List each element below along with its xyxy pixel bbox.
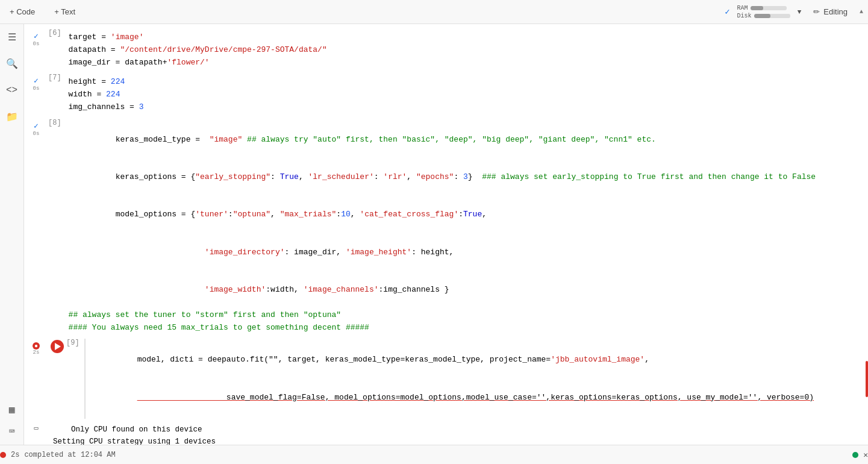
cell-9-left: ● 2s bbox=[24, 339, 48, 356]
code-line: 'image_directory': image_dir, 'image_hei… bbox=[69, 234, 863, 271]
editing-button[interactable]: ✏ Editing bbox=[808, 5, 852, 19]
cell-7: ✓ 0s [7] height = 224 width = 224 img_ch… bbox=[24, 74, 868, 116]
code-line: height = 224 bbox=[69, 76, 863, 89]
code-line: ## always set the tuner to "storm" first… bbox=[69, 309, 863, 322]
sidebar-terminal-icon[interactable]: ⌨ bbox=[4, 423, 20, 440]
status-error-dot bbox=[0, 452, 6, 458]
disk-fill bbox=[754, 14, 770, 18]
cell-8: ✓ 0s [8] keras_model_type = "image" ## a… bbox=[24, 119, 868, 337]
cell-8-content[interactable]: keras_model_type = "image" ## always try… bbox=[64, 119, 868, 337]
cell-6-content[interactable]: target = 'image' datapath = "/content/dr… bbox=[64, 29, 868, 71]
run-button[interactable] bbox=[51, 340, 64, 353]
cell-7-time: 0s bbox=[33, 86, 40, 92]
sidebar: ☰ 🔍 <> 📁 ▦ ⌨ bbox=[0, 24, 24, 445]
sidebar-code-icon[interactable]: <> bbox=[4, 82, 20, 99]
sidebar-menu-icon[interactable]: ☰ bbox=[4, 29, 20, 46]
main-layout: ☰ 🔍 <> 📁 ▦ ⌨ ✓ 0s [6] target = 'image' d… bbox=[0, 24, 868, 445]
ram-dropdown-icon[interactable]: ▼ bbox=[798, 8, 802, 16]
code-line: save_model_flag=False, model_options=mod… bbox=[90, 379, 863, 416]
cell-6-left: ✓ 0s bbox=[24, 29, 48, 48]
code-line: #### You always need 15 max_trials to ge… bbox=[69, 322, 863, 334]
ram-progress bbox=[751, 6, 787, 10]
toolbar: + Code + Text ✓ RAM Disk ▼ ✏ Editing ▲ bbox=[0, 0, 868, 24]
output-toggle-icon[interactable]: ▭ bbox=[34, 424, 38, 433]
add-text-button[interactable]: + Text bbox=[49, 5, 80, 19]
status-close-button[interactable]: ✕ bbox=[863, 450, 868, 460]
scroll-indicator bbox=[866, 361, 868, 397]
code-line: model, dicti = deepauto.fit("", target, … bbox=[90, 341, 863, 378]
sidebar-table-icon[interactable]: ▦ bbox=[4, 401, 20, 418]
status-completed-text: completed at 12:04 AM bbox=[24, 451, 115, 459]
ram-label: RAM bbox=[737, 5, 748, 11]
cell-6-time: 0s bbox=[33, 41, 40, 48]
code-line: width = 224 bbox=[69, 89, 863, 101]
cell-9-time: 2s bbox=[33, 350, 40, 356]
cell-7-content[interactable]: height = 224 width = 224 img_channels = … bbox=[64, 74, 868, 116]
check-icon: ✓ bbox=[725, 7, 729, 17]
code-line: model_options = {'tuner':"optuna", "max_… bbox=[69, 196, 863, 234]
sidebar-bottom: ▦ ⌨ bbox=[4, 401, 20, 445]
cell-7-status-icon: ✓ bbox=[34, 76, 39, 86]
output-line: Setting CPU strategy using 1 devices bbox=[53, 436, 863, 445]
sidebar-search-icon[interactable]: 🔍 bbox=[4, 55, 20, 72]
chevron-up-icon[interactable]: ▲ bbox=[860, 8, 863, 15]
disk-label: Disk bbox=[737, 13, 752, 19]
code-line: target = 'image' bbox=[69, 31, 863, 44]
add-code-button[interactable]: + Code bbox=[5, 5, 40, 19]
cell-8-left: ✓ 0s bbox=[24, 119, 48, 137]
cell-8-number: [8] bbox=[48, 119, 64, 127]
output-line: Only CPU found on this device bbox=[53, 424, 863, 436]
cell-8-time: 0s bbox=[33, 131, 40, 137]
cell-9: ● 2s [9] model, dicti = deepauto.fit("",… bbox=[24, 339, 868, 419]
pencil-icon: ✏ bbox=[813, 7, 820, 16]
cell-8-status-icon: ✓ bbox=[34, 121, 39, 131]
cell-9-content[interactable]: model, dicti = deepauto.fit("", target, … bbox=[84, 339, 868, 419]
output-left: ▭ bbox=[24, 421, 48, 433]
code-line: image_dir = datapath+'flower/' bbox=[69, 57, 863, 69]
output-content: Only CPU found on this device Setting CP… bbox=[48, 421, 868, 445]
notebook[interactable]: ✓ 0s [6] target = 'image' datapath = "/c… bbox=[24, 24, 868, 445]
cell-7-left: ✓ 0s bbox=[24, 74, 48, 92]
cell-9-run-area bbox=[48, 339, 66, 353]
code-line: datapath = "/content/drive/MyDrive/cmpe-… bbox=[69, 44, 863, 57]
code-line: keras_model_type = "image" ## always try… bbox=[69, 121, 863, 158]
cell-6-status-icon: ✓ bbox=[34, 31, 39, 41]
code-line: 'image_width':width, 'image_channels':im… bbox=[69, 271, 863, 309]
sidebar-files-icon[interactable]: 📁 bbox=[4, 108, 20, 125]
status-ok-dot bbox=[852, 452, 858, 458]
cell-9-error-dot: ● bbox=[33, 342, 40, 350]
cell-9-number: [9] bbox=[66, 339, 82, 347]
cell-9-output: ▭ Only CPU found on this device Setting … bbox=[24, 421, 868, 445]
disk-progress bbox=[754, 14, 790, 18]
statusbar: 2s completed at 12:04 AM ✕ bbox=[0, 445, 868, 464]
ram-disk-indicator: RAM Disk bbox=[737, 5, 790, 19]
toolbar-left: + Code + Text bbox=[5, 5, 80, 19]
run-triangle-icon bbox=[55, 343, 61, 350]
toolbar-right: ✓ RAM Disk ▼ ✏ Editing ▲ bbox=[725, 5, 863, 19]
status-error-time: 2s bbox=[11, 451, 19, 459]
editing-label: Editing bbox=[823, 7, 848, 16]
cell-6-number: [6] bbox=[48, 29, 64, 37]
code-line: keras_options = {"early_stopping": True,… bbox=[69, 158, 863, 196]
code-line: img_channels = 3 bbox=[69, 101, 863, 114]
cell-6: ✓ 0s [6] target = 'image' datapath = "/c… bbox=[24, 29, 868, 71]
cell-7-number: [7] bbox=[48, 74, 64, 82]
ram-fill bbox=[751, 6, 763, 10]
